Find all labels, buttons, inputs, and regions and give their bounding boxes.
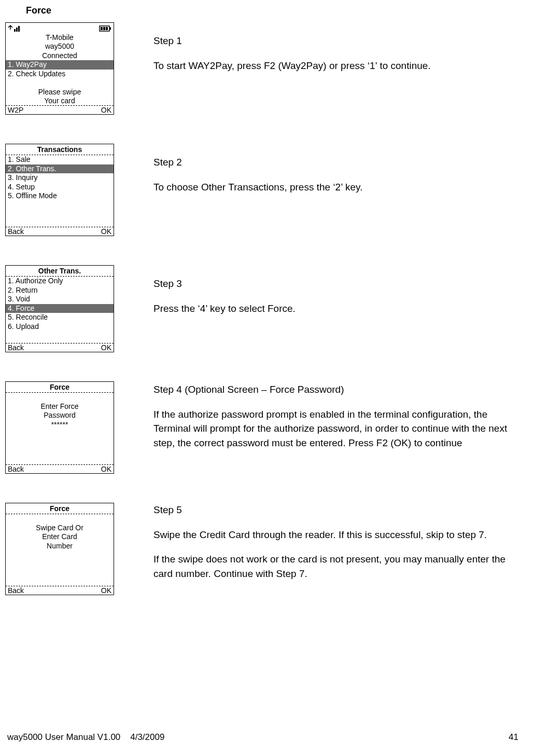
terminal-screen-5: Force Swipe Card Or Enter Card Number Ba… xyxy=(5,503,114,595)
instruction-2: Step 2 To choose Other Transactions, pre… xyxy=(114,144,362,204)
blank-line xyxy=(6,514,114,524)
softkey-left[interactable]: Back xyxy=(8,465,24,473)
instruction-5: Step 5 Swipe the Credit Card through the… xyxy=(114,503,508,591)
prompt-line: Number xyxy=(6,542,114,551)
top-line: Connected xyxy=(6,51,114,61)
terminal-body: Enter Force Password ****** xyxy=(6,393,114,464)
terminal-body: Swipe Card Or Enter Card Number xyxy=(6,514,114,586)
terminal-footer: Back OK xyxy=(6,343,114,352)
step-text: To choose Other Transactions, press the … xyxy=(153,180,362,195)
menu-item-setup[interactable]: 4. Setup xyxy=(6,183,114,192)
menu-item-sale[interactable]: 1. Sale xyxy=(6,155,114,164)
step-title: Step 4 (Optional Screen – Force Password… xyxy=(153,382,508,397)
step-text: If the swipe does not work or the card i… xyxy=(153,552,508,581)
menu-item-reconcile[interactable]: 5. Reconcile xyxy=(6,313,114,322)
terminal-screen-4: Force Enter Force Password ****** Back O… xyxy=(5,381,114,474)
menu-item-force[interactable]: 4. Force xyxy=(6,304,114,313)
terminal-status-bar xyxy=(6,23,114,33)
battery-icon xyxy=(99,25,111,32)
svg-rect-1 xyxy=(16,28,18,32)
bottom-line: Your card xyxy=(6,97,114,106)
instruction-4: Step 4 (Optional Screen – Force Password… xyxy=(114,381,508,460)
terminal-screen-1: T-Mobile way5000 Connected 1. Way2Pay 2.… xyxy=(5,22,114,115)
step-row-1: T-Mobile way5000 Connected 1. Way2Pay 2.… xyxy=(0,22,534,115)
menu-item-way2pay[interactable]: 1. Way2Pay xyxy=(6,60,114,70)
softkey-left[interactable]: W2P xyxy=(8,106,23,114)
terminal-screen-3: Other Trans. 1. Authorize Only 2. Return… xyxy=(5,265,114,352)
svg-rect-7 xyxy=(106,27,108,30)
terminal-header: Transactions xyxy=(6,144,114,155)
terminal-body: 1. Authorize Only 2. Return 3. Void 4. F… xyxy=(6,277,114,343)
step-text: To start WAY2Pay, press F2 (Way2Pay) or … xyxy=(153,59,431,73)
step-text: Swipe the Credit Card through the reader… xyxy=(153,528,508,542)
blank-line xyxy=(6,393,114,402)
terminal-body: T-Mobile way5000 Connected 1. Way2Pay 2.… xyxy=(6,33,114,105)
terminal-footer: Back OK xyxy=(6,586,114,595)
menu-item-inquiry[interactable]: 3. Inquiry xyxy=(6,173,114,183)
svg-rect-2 xyxy=(18,26,20,32)
step-title: Step 5 xyxy=(153,503,508,517)
menu-item-authorize-only[interactable]: 1. Authorize Only xyxy=(6,277,114,286)
terminal-footer: Back OK xyxy=(6,464,114,473)
step-row-2: Transactions 1. Sale 2. Other Trans. 3. … xyxy=(0,144,534,236)
terminal-body: 1. Sale 2. Other Trans. 3. Inquiry 4. Se… xyxy=(6,155,114,227)
signal-icon xyxy=(8,25,22,32)
menu-item-upload[interactable]: 6. Upload xyxy=(6,322,114,332)
password-value[interactable]: ****** xyxy=(6,420,114,430)
svg-rect-5 xyxy=(101,27,103,30)
step-row-5: Force Swipe Card Or Enter Card Number Ba… xyxy=(0,503,534,595)
svg-rect-0 xyxy=(14,29,16,32)
terminal-footer: Back OK xyxy=(6,227,114,236)
page-title: Force xyxy=(26,5,534,16)
softkey-left[interactable]: Back xyxy=(8,227,24,236)
softkey-right[interactable]: OK xyxy=(101,586,111,595)
step-text: If the authorize password prompt is enab… xyxy=(153,407,508,450)
prompt-line: Password xyxy=(6,411,114,420)
step-row-4: Force Enter Force Password ****** Back O… xyxy=(0,381,534,474)
page: Force xyxy=(0,0,534,756)
softkey-right[interactable]: OK xyxy=(101,227,111,236)
menu-item-return[interactable]: 2. Return xyxy=(6,286,114,295)
softkey-left[interactable]: Back xyxy=(8,586,24,595)
top-line: T-Mobile xyxy=(6,33,114,43)
terminal-header: Other Trans. xyxy=(6,266,114,277)
menu-item-other-trans[interactable]: 2. Other Trans. xyxy=(6,164,114,174)
prompt-line: Enter Force xyxy=(6,402,114,411)
softkey-right[interactable]: OK xyxy=(101,106,111,114)
svg-rect-4 xyxy=(109,27,111,30)
prompt-line: Swipe Card Or xyxy=(6,524,114,533)
step-title: Step 2 xyxy=(153,155,362,170)
instruction-1: Step 1 To start WAY2Pay, press F2 (Way2P… xyxy=(114,22,431,83)
softkey-right[interactable]: OK xyxy=(101,343,111,352)
step-text: Press the ‘4’ key to select Force. xyxy=(153,301,296,316)
menu-item-void[interactable]: 3. Void xyxy=(6,295,114,304)
blank-line xyxy=(6,78,114,88)
menu-item-check-updates[interactable]: 2. Check Updates xyxy=(6,70,114,79)
footer-left: way5000 User Manual V1.00 4/3/2009 xyxy=(7,732,164,743)
step-title: Step 3 xyxy=(153,277,296,291)
svg-rect-6 xyxy=(103,27,105,30)
step-title: Step 1 xyxy=(153,34,431,48)
softkey-right[interactable]: OK xyxy=(101,465,111,473)
footer-page-number: 41 xyxy=(509,732,518,743)
terminal-footer: W2P OK xyxy=(6,105,114,114)
softkey-left[interactable]: Back xyxy=(8,343,24,352)
step-row-3: Other Trans. 1. Authorize Only 2. Return… xyxy=(0,265,534,352)
bottom-line: Please swipe xyxy=(6,88,114,97)
menu-item-offline-mode[interactable]: 5. Offline Mode xyxy=(6,191,114,201)
terminal-screen-2: Transactions 1. Sale 2. Other Trans. 3. … xyxy=(5,144,114,236)
top-line: way5000 xyxy=(6,42,114,51)
page-footer: way5000 User Manual V1.00 4/3/2009 41 xyxy=(7,732,518,743)
terminal-header: Force xyxy=(6,382,114,393)
terminal-header: Force xyxy=(6,503,114,514)
instruction-3: Step 3 Press the ‘4’ key to select Force… xyxy=(114,265,296,326)
prompt-line: Enter Card xyxy=(6,532,114,542)
